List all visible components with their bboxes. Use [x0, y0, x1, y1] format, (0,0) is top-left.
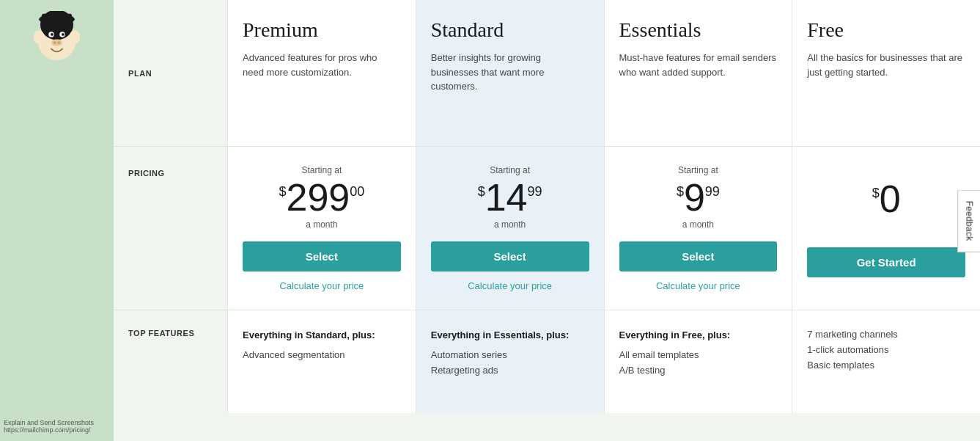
pricing-section-label: PRICING	[128, 169, 165, 178]
standard-select-button[interactable]: Select	[431, 241, 589, 271]
svg-point-6	[51, 33, 54, 36]
premium-price-cents: 00	[350, 184, 364, 200]
essentials-price-container: $ 9 99	[619, 178, 778, 216]
premium-features: Everything in Standard, plus: Advanced s…	[227, 310, 416, 413]
svg-rect-12	[42, 14, 72, 21]
essentials-calculate-link[interactable]: Calculate your price	[619, 280, 778, 291]
essentials-dollar: $	[677, 184, 684, 200]
free-feature-1: 1-click automations	[807, 344, 965, 355]
free-price-container: $ 0	[807, 180, 965, 218]
free-pricing: $ 0 Get Started	[792, 147, 980, 310]
essentials-price-main: 9	[684, 178, 705, 216]
standard-name: Standard	[431, 18, 589, 42]
free-price-main: 0	[880, 180, 901, 218]
plan-section-label: PLAN	[128, 69, 152, 78]
premium-price-main: 299	[286, 178, 350, 216]
pricing-row: PRICING Starting at $ 299 00 a month Sel…	[114, 147, 980, 310]
free-name: Free	[807, 18, 965, 42]
free-desc: All the basics for businesses that are j…	[807, 51, 965, 79]
features-label-col: TOP FEATURES	[114, 310, 227, 413]
standard-price-container: $ 14 99	[431, 178, 589, 216]
main-content: PLAN Premium Advanced features for pros …	[114, 0, 980, 441]
free-get-started-button[interactable]: Get Started	[807, 247, 965, 277]
essentials-feature-heading: Everything in Free, plus:	[619, 329, 778, 342]
standard-header: Standard Better insights for growing bus…	[416, 0, 604, 146]
standard-desc: Better insights for growing businesses t…	[431, 51, 589, 94]
premium-dollar: $	[279, 184, 286, 200]
essentials-price-cents: 99	[705, 184, 720, 200]
essentials-feature-1: A/B testing	[619, 365, 778, 376]
free-header: Free All the basics for businesses that …	[792, 0, 980, 146]
premium-feature-heading: Everything in Standard, plus:	[243, 329, 401, 342]
header-row: PLAN Premium Advanced features for pros …	[114, 0, 980, 147]
premium-calculate-link[interactable]: Calculate your price	[243, 280, 401, 291]
svg-point-7	[62, 33, 65, 36]
explain-link: Explain and Send Screenshots	[4, 419, 94, 426]
svg-point-8	[51, 39, 62, 45]
essentials-period: a month	[619, 219, 778, 230]
standard-price-main: 14	[485, 178, 528, 216]
standard-features: Everything in Essentials, plus: Automati…	[416, 310, 604, 413]
premium-period: a month	[243, 219, 401, 230]
pricing-label-col: PRICING	[114, 147, 227, 310]
essentials-feature-0: All email templates	[619, 349, 778, 360]
premium-select-button[interactable]: Select	[243, 241, 401, 271]
standard-period: a month	[431, 219, 589, 230]
essentials-starting: Starting at	[619, 165, 778, 175]
essentials-desc: Must-have features for email senders who…	[619, 51, 778, 79]
essentials-name: Essentials	[619, 18, 778, 42]
essentials-pricing: Starting at $ 9 99 a month Select Calcul…	[604, 147, 792, 310]
standard-starting: Starting at	[431, 165, 589, 175]
svg-point-10	[57, 41, 60, 44]
features-row: TOP FEATURES Everything in Standard, plu…	[114, 310, 980, 413]
essentials-select-button[interactable]: Select	[619, 241, 778, 271]
svg-point-3	[69, 30, 80, 44]
standard-price-cents: 99	[528, 184, 542, 200]
premium-header: Premium Advanced features for pros who n…	[227, 0, 416, 146]
essentials-header: Essentials Must-have features for email …	[604, 0, 792, 146]
standard-feature-0: Automation series	[431, 349, 589, 360]
premium-name: Premium	[243, 18, 401, 42]
sidebar: Explain and Send Screenshots https://mai…	[0, 0, 114, 441]
standard-feature-heading: Everything in Essentials, plus:	[431, 329, 589, 342]
free-feature-2: Basic templates	[807, 360, 965, 371]
standard-calculate-link[interactable]: Calculate your price	[431, 280, 589, 291]
pricing-table: PLAN Premium Advanced features for pros …	[114, 0, 980, 441]
standard-feature-1: Retargeting ads	[431, 365, 589, 376]
free-features: 7 marketing channels 1-click automations…	[792, 310, 980, 413]
feedback-tab[interactable]: Feedback	[958, 189, 980, 252]
svg-point-2	[34, 30, 45, 44]
essentials-features: Everything in Free, plus: All email temp…	[604, 310, 792, 413]
premium-pricing: Starting at $ 299 00 a month Select Calc…	[227, 147, 416, 310]
premium-feature-0: Advanced segmentation	[243, 349, 401, 360]
bottom-links: Explain and Send Screenshots https://mai…	[4, 419, 94, 434]
plan-label-col: PLAN	[114, 0, 227, 146]
premium-starting: Starting at	[243, 165, 401, 175]
premium-price-container: $ 299 00	[243, 178, 401, 216]
logo	[29, 11, 84, 66]
features-section-label: TOP FEATURES	[128, 329, 194, 338]
free-dollar: $	[872, 186, 880, 201]
premium-desc: Advanced features for pros who need more…	[243, 51, 401, 79]
standard-dollar: $	[478, 184, 485, 200]
svg-point-9	[54, 41, 56, 44]
free-feature-0: 7 marketing channels	[807, 329, 965, 340]
standard-pricing: Starting at $ 14 99 a month Select Calcu…	[416, 147, 604, 310]
pricing-url: https://mailchimp.com/pricing/	[4, 426, 94, 434]
